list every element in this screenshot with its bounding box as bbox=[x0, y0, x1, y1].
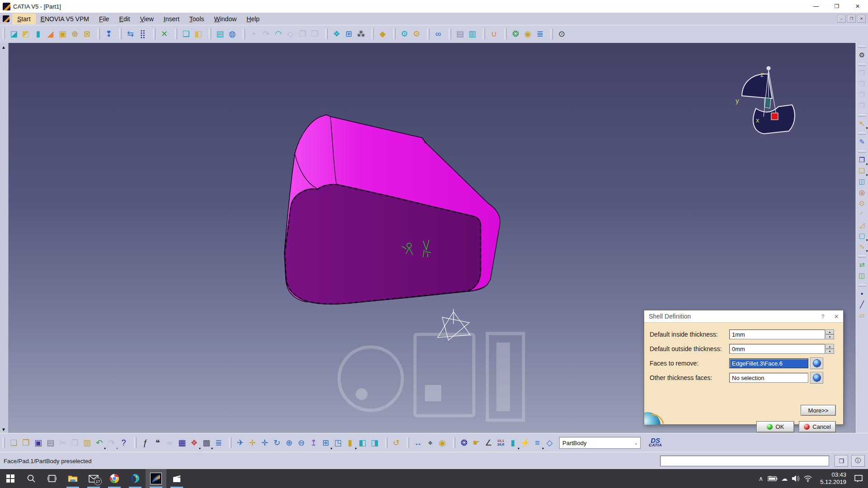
constraint-spheres-icon[interactable]: ∞ bbox=[432, 28, 444, 40]
multi-view-icon[interactable]: ⊞▾ bbox=[320, 437, 332, 449]
draft-angle-icon[interactable]: ◢ bbox=[44, 28, 57, 40]
toolbar-grip[interactable] bbox=[858, 64, 866, 66]
more-button[interactable]: More>> bbox=[801, 405, 836, 416]
toolbar-grip[interactable] bbox=[505, 28, 507, 39]
dialog-toggle-button[interactable]: ❒ bbox=[835, 455, 848, 467]
chamfer-icon[interactable]: ◩ bbox=[20, 28, 32, 40]
extrude-ghost-icon[interactable]: ◇ bbox=[284, 28, 297, 40]
cut-icon[interactable]: ✂ bbox=[57, 437, 69, 449]
thread-icon[interactable]: ∿▾ bbox=[857, 241, 868, 252]
taskbar-movies-tv-icon[interactable] bbox=[166, 469, 187, 488]
compass-free-rotate-handle[interactable] bbox=[767, 66, 770, 70]
remove-face-icon[interactable]: ⊠ bbox=[81, 28, 93, 40]
toolbar-grip[interactable] bbox=[858, 255, 866, 258]
shell-feature-icon[interactable]: ▢▾ bbox=[857, 230, 868, 241]
shaft-icon[interactable]: ◎ bbox=[857, 187, 868, 197]
menu-item-enovia-v5-vpm[interactable]: ENOVIA V5 VPM bbox=[36, 14, 94, 24]
toolbar-grip[interactable] bbox=[119, 28, 122, 39]
render-style-icon[interactable]: ▮▾ bbox=[344, 437, 356, 449]
toolbar-grip[interactable] bbox=[393, 28, 396, 39]
translate-feature-icon[interactable]: ⇄ bbox=[857, 259, 868, 270]
stiffener-icon[interactable]: ▤ bbox=[214, 28, 226, 40]
ok-button[interactable]: OK bbox=[756, 421, 794, 432]
taskbar-task-view-icon[interactable] bbox=[42, 469, 62, 488]
part-body[interactable] bbox=[284, 115, 500, 340]
calculator-icon[interactable]: ▦ bbox=[176, 437, 188, 449]
line-icon[interactable]: ╱ bbox=[857, 299, 868, 310]
plane-icon[interactable]: ▱ bbox=[857, 310, 868, 320]
point-ghost-icon[interactable]: • bbox=[248, 28, 260, 40]
link-chain-icon[interactable]: ∞ bbox=[164, 437, 176, 449]
print-icon[interactable]: ▤ bbox=[44, 437, 57, 449]
axis-system-icon[interactable]: ✕ bbox=[158, 28, 170, 40]
copy-icon[interactable]: ❐ bbox=[69, 437, 81, 449]
new-document-icon[interactable]: ❏ bbox=[8, 437, 20, 449]
system-clock[interactable]: 03:43 5.12.2019 bbox=[816, 471, 851, 486]
tool-gold-icon[interactable]: ◆ bbox=[377, 28, 389, 40]
design-tree-icon[interactable]: ❖▾ bbox=[188, 437, 200, 449]
swirl-face-icon[interactable]: ◉ bbox=[522, 28, 534, 40]
translate-pair-icon[interactable]: ⇆ bbox=[124, 28, 137, 40]
toolbar-grip[interactable] bbox=[858, 114, 866, 117]
compass-anchor[interactable] bbox=[771, 113, 778, 120]
toolbar-grip[interactable] bbox=[209, 28, 211, 39]
mirror-transform-icon[interactable]: ◫ bbox=[857, 270, 868, 281]
toolbar-grip[interactable] bbox=[858, 46, 866, 48]
action-center-icon[interactable] bbox=[853, 469, 864, 488]
measure-inertia-icon[interactable]: ◉ bbox=[436, 437, 448, 449]
analysis-ghost-1-icon[interactable]: ❒ bbox=[857, 67, 868, 78]
mdi-close-button[interactable]: ✕ bbox=[857, 15, 866, 23]
toolbar-grip[interactable] bbox=[98, 28, 100, 39]
scroll-down-arrow-icon[interactable]: ▼ bbox=[1, 427, 6, 432]
toolbar-grip[interactable] bbox=[483, 28, 485, 39]
command-input[interactable] bbox=[660, 455, 829, 466]
tray-wifi-icon[interactable] bbox=[802, 469, 814, 488]
rotate-icon[interactable]: ↻ bbox=[271, 437, 283, 449]
gear-globe-icon[interactable]: ❂ bbox=[509, 28, 522, 40]
join-ghost-icon[interactable]: ❐ bbox=[297, 28, 309, 40]
spin-up-icon[interactable]: ▲ bbox=[826, 329, 834, 334]
loft-icon[interactable]: ◍ bbox=[226, 28, 238, 40]
flyout-arrow-icon[interactable]: ▾ bbox=[866, 249, 868, 253]
open-icon[interactable]: ❐ bbox=[20, 437, 32, 449]
sweep-icon[interactable]: ◧ bbox=[192, 28, 204, 40]
analysis-ghost-3-icon[interactable]: ❒ bbox=[857, 89, 868, 100]
gear-exchange-icon[interactable]: ⚙ bbox=[398, 28, 410, 40]
hole-icon[interactable]: ⊕ bbox=[69, 28, 81, 40]
zoom-in-icon[interactable]: ⊕ bbox=[283, 437, 295, 449]
snap-increment[interactable]: 10,110,0 bbox=[495, 437, 507, 449]
other-thickness-faces-input[interactable]: No selection bbox=[729, 373, 808, 383]
toolbar-grip[interactable] bbox=[3, 28, 5, 39]
pocket-icon[interactable]: ❏▾ bbox=[857, 165, 868, 176]
normal-view-icon[interactable]: ↥ bbox=[307, 437, 320, 449]
shading-1-icon[interactable]: ◧ bbox=[356, 437, 368, 449]
thickness-icon[interactable]: ▮ bbox=[32, 28, 44, 40]
magnet-icon[interactable]: ∪ bbox=[488, 28, 500, 40]
refresh-swirl-icon[interactable]: ❂ bbox=[458, 437, 470, 449]
edge-fillet-icon[interactable]: ◜ bbox=[857, 208, 868, 219]
menu-item-window[interactable]: Window bbox=[209, 14, 242, 24]
smart-pick-icon[interactable]: ❖ bbox=[330, 28, 343, 40]
slot-icon[interactable]: ◫ bbox=[857, 176, 868, 187]
taskbar-catia-app-icon[interactable] bbox=[125, 469, 146, 488]
menu-item-file[interactable]: File bbox=[94, 14, 114, 24]
spin-down-icon[interactable]: ▼ bbox=[826, 334, 834, 339]
select-tool-icon[interactable]: ↖▾ bbox=[857, 118, 868, 129]
outside-thickness-input[interactable]: 0mm bbox=[729, 344, 825, 354]
lock-icon[interactable]: ▩▾ bbox=[200, 437, 212, 449]
spin-up-icon[interactable]: ▲ bbox=[826, 344, 834, 349]
analysis-ghost-2-icon[interactable]: ❒ bbox=[857, 78, 868, 89]
list-sparkle-icon[interactable]: ≣ bbox=[534, 28, 546, 40]
manipulation-hand-icon[interactable]: ☛ bbox=[470, 437, 482, 449]
stacked-list-icon[interactable]: ≡▾ bbox=[531, 437, 543, 449]
scroll-up-arrow-icon[interactable]: ▲ bbox=[1, 45, 6, 50]
scatter-pick-icon[interactable]: ⁂ bbox=[355, 28, 367, 40]
wireframe-prism-icon[interactable]: ◇ bbox=[543, 437, 556, 449]
tray-onedrive-icon[interactable]: ☁ bbox=[778, 469, 790, 488]
toolbar-grip[interactable] bbox=[449, 28, 451, 39]
gear-analysis-icon[interactable]: ⚙ bbox=[410, 28, 423, 40]
knowledge-book-icon[interactable]: ≣ bbox=[212, 437, 225, 449]
taskbar-mail-icon[interactable]: 17 bbox=[83, 469, 104, 488]
toolbar-grip[interactable] bbox=[243, 28, 245, 39]
dialog-title-bar[interactable]: Shell Definition ? ✕ bbox=[644, 310, 843, 323]
